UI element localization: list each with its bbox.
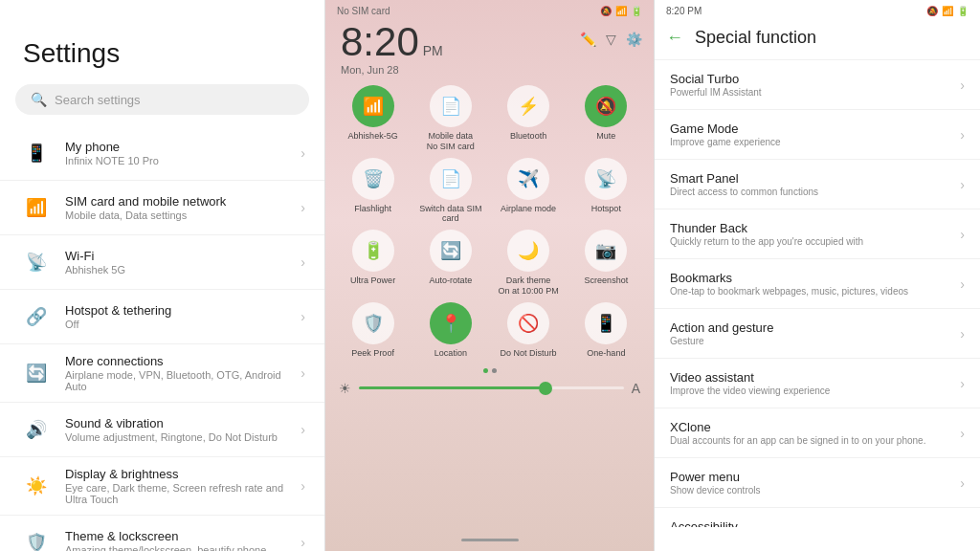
qs-tile-label-do-not-disturb: Do Not Disturb	[501, 348, 557, 359]
sf-item-subtitle-game-mode: Improve game experience	[670, 137, 960, 147]
settings-item-my-phone[interactable]: 📱 My phone Infinix NOTE 10 Pro ›	[0, 126, 324, 181]
settings-item-subtitle-sound: Volume adjustment, Ringtone, Do Not Dist…	[65, 431, 301, 443]
qs-time-row: 8:20 PM Mon, Jun 28 ✏️ ▽ ⚙️	[325, 18, 654, 76]
sf-item-arrow-bookmarks: ›	[960, 276, 965, 292]
settings-item-title-wifi: Wi-Fi	[65, 249, 301, 263]
qs-tile-icon-ultra-power: 🔋	[352, 230, 394, 272]
qs-brightness-row[interactable]: ☀ A	[325, 377, 654, 400]
sf-item-arrow-accessibility: ›	[960, 525, 965, 528]
qs-filter-icon[interactable]: ▽	[606, 32, 616, 47]
qs-tile-icon-screenshot: 📷	[585, 230, 627, 272]
qs-tile-label-ultra-power: Ultra Power	[350, 276, 395, 286]
qs-tile-icon-dark-theme: 🌙	[507, 230, 549, 272]
sf-item-title-game-mode: Game Mode	[670, 121, 960, 136]
qs-tile-peek-proof[interactable]: 🛡️ Peek Proof	[337, 302, 409, 359]
qs-tile-screenshot[interactable]: 📷 Screenshot	[570, 230, 642, 297]
qs-tile-label-switch-sim: Switch data SIM card	[414, 204, 486, 225]
sf-item-arrow-smart-panel: ›	[960, 177, 965, 192]
sf-item-social-turbo[interactable]: Social Turbo Powerful IM Assistant ›	[655, 60, 980, 110]
qs-tile-airplane[interactable]: ✈️ Airplane mode	[493, 158, 565, 225]
settings-item-subtitle-display: Eye care, Dark theme, Screen refresh rat…	[65, 482, 301, 505]
qs-edit-icons: ✏️ ▽ ⚙️	[580, 32, 642, 47]
sf-item-title-accessibility: Accessibility	[670, 519, 960, 527]
settings-item-title-theme: Theme & lockscreen	[65, 529, 301, 543]
qs-date: Mon, Jun 28	[341, 64, 443, 76]
qs-status-icons: 🔕 📶 🔋	[600, 6, 642, 16]
qs-tile-label-peek-proof: Peek Proof	[351, 348, 394, 359]
sf-item-subtitle-smart-panel: Direct access to common functions	[670, 187, 960, 197]
sf-item-xclone[interactable]: XClone Dual accounts for an app can be s…	[655, 408, 980, 458]
sf-wifi-icon: 📶	[942, 6, 953, 16]
sf-item-title-smart-panel: Smart Panel	[670, 171, 960, 186]
qs-brightness-auto-icon[interactable]: A	[632, 381, 640, 396]
sf-item-thunder-back[interactable]: Thunder Back Quickly return to the app y…	[655, 209, 980, 259]
qs-tile-label-mobile-data: Mobile dataNo SIM card	[427, 131, 475, 152]
settings-item-icon-my-phone: 📱	[19, 136, 54, 170]
qs-brightness-fill	[359, 386, 545, 389]
qs-tile-one-hand[interactable]: 📱 One-hand	[570, 302, 642, 359]
sf-item-subtitle-social-turbo: Powerful IM Assistant	[670, 87, 960, 98]
sf-item-video-assistant[interactable]: Video assistant Improve the video viewin…	[655, 359, 980, 408]
settings-item-hotspot[interactable]: 🔗 Hotspot & tethering Off ›	[0, 290, 324, 344]
qs-tile-flashlight[interactable]: 🗑️ Flashlight	[337, 158, 409, 225]
search-placeholder: Search settings	[55, 93, 141, 107]
qs-tile-bluetooth[interactable]: ⚡ Bluetooth	[493, 85, 565, 152]
sf-item-subtitle-action-gesture: Gesture	[670, 336, 960, 346]
qs-tile-icon-airplane: ✈️	[507, 158, 549, 200]
sf-item-power-menu[interactable]: Power menu Show device controls ›	[655, 458, 980, 508]
sf-item-accessibility[interactable]: Accessibility Screen readers, display, i…	[655, 508, 980, 527]
qs-time-block: 8:20 PM Mon, Jun 28	[341, 22, 443, 76]
qs-tile-icon-wifi: 📶	[352, 85, 394, 127]
qs-tile-auto-rotate[interactable]: 🔄 Auto-rotate	[414, 230, 486, 297]
sf-item-game-mode[interactable]: Game Mode Improve game experience ›	[655, 110, 980, 160]
qs-tile-ultra-power[interactable]: 🔋 Ultra Power	[337, 230, 409, 297]
settings-item-sim-card[interactable]: 📶 SIM card and mobile network Mobile dat…	[0, 181, 324, 235]
settings-item-theme[interactable]: 🛡️ Theme & lockscreen Amazing theme/lock…	[0, 516, 324, 551]
settings-item-arrow-my-phone: ›	[301, 145, 305, 161]
sf-mute-icon: 🔕	[926, 6, 938, 16]
sf-item-bookmarks[interactable]: Bookmarks One-tap to bookmark webpages, …	[655, 259, 980, 309]
qs-tile-label-auto-rotate: Auto-rotate	[430, 276, 473, 286]
qs-tile-icon-hotspot: 📡	[585, 158, 627, 200]
sf-item-action-gesture[interactable]: Action and gesture Gesture ›	[655, 309, 980, 359]
qs-tile-label-mute: Mute	[596, 131, 615, 142]
settings-item-more-connections[interactable]: 🔄 More connections Airplane mode, VPN, B…	[0, 344, 324, 403]
qs-pencil-icon[interactable]: ✏️	[580, 32, 596, 47]
sf-item-subtitle-thunder-back: Quickly return to the app you're occupie…	[670, 236, 960, 247]
qs-brightness-low-icon: ☀	[339, 381, 351, 396]
qs-tile-location[interactable]: 📍 Location	[414, 302, 486, 359]
sf-item-title-xclone: XClone	[670, 420, 960, 434]
qs-tile-mobile-data[interactable]: 📄 Mobile dataNo SIM card	[414, 85, 486, 152]
settings-item-icon-theme: 🛡️	[19, 525, 54, 551]
sf-item-arrow-power-menu: ›	[960, 475, 965, 491]
settings-item-title-more-connections: More connections	[65, 354, 301, 368]
settings-item-sound[interactable]: 🔊 Sound & vibration Volume adjustment, R…	[0, 403, 324, 457]
qs-tile-dark-theme[interactable]: 🌙 Dark themeOn at 10:00 PM	[493, 230, 565, 297]
sf-back-button[interactable]: ←	[666, 28, 683, 48]
qs-time: 8:20	[341, 22, 419, 62]
qs-tile-hotspot[interactable]: 📡 Hotspot	[570, 158, 642, 225]
qs-tile-do-not-disturb[interactable]: 🚫 Do Not Disturb	[493, 302, 565, 359]
qs-tile-mute[interactable]: 🔕 Mute	[570, 85, 642, 152]
qs-tile-icon-mute: 🔕	[585, 85, 627, 127]
settings-item-display[interactable]: ☀️ Display & brightness Eye care, Dark t…	[0, 457, 324, 516]
settings-item-icon-wifi: 📡	[19, 245, 54, 279]
sf-item-smart-panel[interactable]: Smart Panel Direct access to common func…	[655, 160, 980, 209]
qs-dot-1	[483, 368, 488, 373]
qs-tile-wifi[interactable]: 📶 Abhishek-5G	[337, 85, 409, 152]
qs-brightness-track[interactable]	[359, 386, 624, 389]
settings-item-title-sim-card: SIM card and mobile network	[65, 194, 301, 209]
settings-item-title-sound: Sound & vibration	[65, 416, 301, 430]
settings-item-icon-sound: 🔊	[19, 412, 54, 447]
qs-dot-2	[492, 368, 497, 373]
qs-battery-icon: 🔋	[631, 6, 642, 16]
sf-item-subtitle-bookmarks: One-tap to bookmark webpages, music, pic…	[670, 286, 960, 297]
qs-tile-switch-sim[interactable]: 📄 Switch data SIM card	[414, 158, 486, 225]
settings-item-wifi[interactable]: 📡 Wi-Fi Abhishek 5G ›	[0, 235, 324, 290]
sf-item-arrow-video-assistant: ›	[960, 376, 965, 391]
settings-item-arrow-more-connections: ›	[301, 365, 305, 381]
search-bar[interactable]: 🔍 Search settings	[15, 84, 309, 115]
sf-item-title-social-turbo: Social Turbo	[670, 72, 960, 86]
sf-title: Special function	[695, 28, 816, 48]
qs-settings-icon[interactable]: ⚙️	[626, 32, 642, 47]
